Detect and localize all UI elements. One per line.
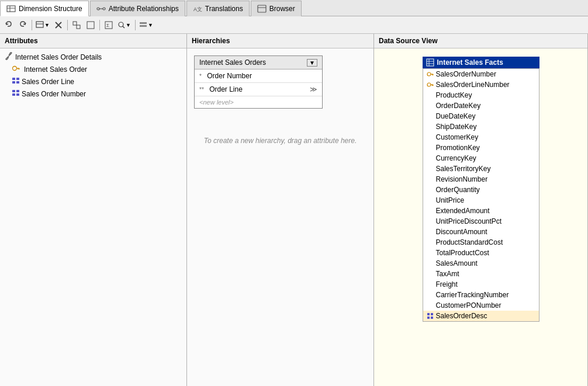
hierarchies-panel-body: Internet Sales Orders ▼ * Order Number *… (187, 48, 373, 386)
ds-field-duedatekey[interactable]: DueDateKey (423, 111, 539, 121)
redo-button[interactable] (16, 19, 29, 32)
ds-field-promotionkey[interactable]: PromotionKey (423, 142, 539, 153)
hierarchy-box: Internet Sales Orders ▼ * Order Number *… (194, 55, 323, 109)
hierarchies-panel: Hierarchies Internet Sales Orders ▼ * Or… (187, 34, 374, 386)
level-action-icon[interactable]: ≫ (310, 85, 317, 93)
key-icon-1 (12, 64, 20, 74)
svg-rect-31 (12, 90, 15, 92)
tree-item-sales-order-line[interactable]: Sales Order Line (2, 75, 184, 88)
svg-rect-35 (427, 59, 434, 66)
ds-field-discountamount[interactable]: DiscountAmount (423, 227, 539, 237)
svg-rect-28 (16, 78, 19, 80)
dimension-structure-icon (6, 4, 16, 13)
svg-rect-50 (431, 317, 433, 319)
datasource-panel-body: Internet Sales Facts SalesOrderNumber (374, 48, 587, 386)
grid-icon-field (427, 312, 434, 319)
level-marker-2: ** (199, 86, 204, 93)
ds-fields-list: SalesOrderNumber SalesOrderLineNumber Pr… (423, 68, 539, 322)
svg-rect-48 (431, 313, 433, 315)
hierarchy-drop-hint: To create a new hierarchy, drag an attri… (189, 113, 371, 168)
hierarchies-panel-header: Hierarchies (187, 34, 373, 48)
tab-browser[interactable]: Browser (251, 1, 302, 16)
link-icon (5, 52, 13, 62)
attribute-relationships-icon (96, 4, 106, 13)
ds-field-revisionnumber[interactable]: RevisionNumber (423, 174, 539, 185)
attributes-panel-header: Attributes (0, 34, 186, 48)
key-icon-field-2 (427, 81, 434, 88)
ds-field-totalproductcost[interactable]: TotalProductCost (423, 248, 539, 258)
svg-rect-27 (12, 78, 15, 80)
tree-item-sales-order-number[interactable]: Sales Order Number (2, 88, 184, 100)
ds-field-salesterritorykey[interactable]: SalesTerritoryKey (423, 164, 539, 174)
svg-point-23 (13, 67, 17, 71)
ds-field-productstandardcost[interactable]: ProductStandardCost (423, 237, 539, 248)
ds-field-salesordernumber[interactable]: SalesOrderNumber (423, 69, 539, 79)
separator-3 (99, 20, 100, 30)
svg-point-3 (97, 8, 99, 10)
ds-field-currencykey[interactable]: CurrencyKey (423, 153, 539, 164)
ds-field-salesorderlinenumber[interactable]: SalesOrderLineNumber (423, 79, 539, 90)
ds-field-shipdatekey[interactable]: ShipDateKey (423, 121, 539, 132)
svg-rect-0 (7, 6, 15, 12)
ds-field-carriertrackingnumber[interactable]: CarrierTrackingNumber (423, 290, 539, 300)
zoom-dropdown-button[interactable]: ▼ (116, 19, 133, 32)
svg-rect-33 (12, 93, 15, 96)
attributes-panel-body: Internet Sales Order Details Internet Sa… (0, 48, 186, 386)
expand-button[interactable] (70, 19, 83, 32)
datasource-panel: Data Source View Internet Sales Facts (374, 34, 588, 386)
svg-rect-34 (16, 93, 19, 96)
ds-table-header[interactable]: Internet Sales Facts (423, 57, 539, 68)
level-marker-1: * (199, 73, 202, 79)
undo-button[interactable] (2, 19, 15, 32)
svg-text:Σ: Σ (106, 23, 109, 28)
svg-rect-49 (427, 317, 430, 319)
svg-point-18 (119, 22, 123, 27)
svg-point-4 (103, 8, 105, 10)
ds-field-salesamount[interactable]: SalesAmount (423, 258, 539, 269)
collapse-button[interactable] (84, 19, 97, 32)
ds-field-taxamt[interactable]: TaxAmt (423, 269, 539, 279)
delete-button[interactable] (52, 19, 65, 32)
ds-field-customerpOnumber[interactable]: CustomerPONumber (423, 300, 539, 311)
ds-field-extendedamount[interactable]: ExtendedAmount (423, 206, 539, 216)
svg-rect-7 (258, 5, 266, 12)
table-icon (426, 58, 434, 67)
tab-attribute-relationships[interactable]: Attribute Relationships (90, 1, 185, 16)
svg-point-39 (427, 72, 431, 76)
svg-rect-32 (16, 90, 19, 92)
ds-field-orderquantity[interactable]: OrderQuantity (423, 185, 539, 195)
separator-2 (67, 20, 68, 30)
new-named-calc-button[interactable]: Σ (102, 19, 115, 32)
ds-field-unitprice[interactable]: UnitPrice (423, 195, 539, 206)
ds-field-orderdatekey[interactable]: OrderDateKey (423, 100, 539, 111)
svg-rect-29 (12, 81, 15, 84)
toolbar: ▼ Σ ▼ ▼ (0, 16, 588, 34)
separator-1 (32, 20, 32, 30)
tab-dimension-structure[interactable]: Dimension Structure (0, 1, 89, 16)
layout-button[interactable]: ▼ (138, 19, 154, 32)
tree-item-internet-sales-order[interactable]: Internet Sales Order (2, 63, 184, 75)
hierarchy-level-1[interactable]: * Order Number (195, 69, 322, 83)
hierarchy-box-header[interactable]: Internet Sales Orders ▼ (195, 56, 322, 69)
separator-4 (135, 20, 136, 30)
hierarchy-dropdown-icon[interactable]: ▼ (307, 59, 317, 67)
svg-rect-30 (16, 81, 19, 84)
key-icon-field-1 (427, 71, 434, 78)
ds-field-freight[interactable]: Freight (423, 279, 539, 290)
ds-field-customerkey[interactable]: CustomerKey (423, 132, 539, 142)
svg-text:A文: A文 (193, 6, 202, 12)
tree-item-root[interactable]: Internet Sales Order Details (2, 51, 184, 63)
view-dropdown-button[interactable]: ▼ (34, 19, 51, 32)
hierarchy-level-2[interactable]: ** Order Line ≫ (195, 83, 322, 96)
svg-rect-14 (77, 25, 80, 29)
svg-line-19 (123, 26, 124, 28)
datasource-panel-header: Data Source View (374, 34, 587, 48)
ds-field-unitpricediscountpct[interactable]: UnitPriceDiscountPct (423, 216, 539, 227)
ds-field-productkey[interactable]: ProductKey (423, 90, 539, 100)
svg-point-43 (427, 83, 431, 86)
hierarchy-new-level[interactable]: <new level> (195, 96, 322, 108)
tab-translations[interactable]: A文 Translations (186, 1, 250, 16)
svg-rect-21 (140, 25, 147, 27)
ds-field-salesorderdesc[interactable]: SalesOrderDesc (423, 311, 539, 321)
svg-line-22 (8, 55, 10, 57)
